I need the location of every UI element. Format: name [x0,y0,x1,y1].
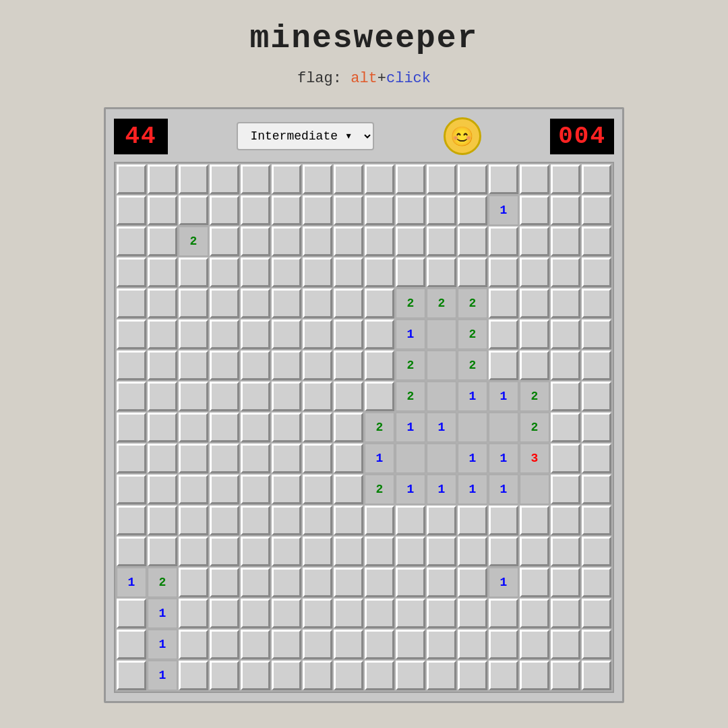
cell[interactable] [148,257,177,287]
cell[interactable]: 1 [148,630,177,659]
cell[interactable] [148,320,177,349]
cell[interactable] [489,289,518,318]
cell[interactable] [427,661,456,690]
cell[interactable] [396,195,425,225]
cell[interactable] [117,630,146,659]
cell[interactable] [272,506,301,535]
cell[interactable]: 2 [458,351,487,380]
difficulty-select[interactable]: Intermediate ▾ Beginner Expert [237,122,374,150]
cell[interactable] [551,257,580,287]
cell[interactable] [396,599,425,628]
cell[interactable]: 1 [489,444,518,473]
cell[interactable] [117,506,146,535]
cell[interactable]: 2 [458,289,487,318]
cell[interactable] [210,320,239,349]
cell[interactable] [582,661,611,690]
cell[interactable] [334,320,363,349]
cell[interactable] [241,320,270,349]
cell[interactable] [117,257,146,287]
cell[interactable]: 1 [489,195,518,225]
cell[interactable] [117,382,146,411]
cell[interactable] [241,351,270,380]
cell[interactable] [458,257,487,287]
cell[interactable] [582,320,611,349]
cell[interactable] [427,382,456,411]
cell[interactable] [334,351,363,380]
cell[interactable] [241,599,270,628]
cell[interactable] [489,351,518,380]
cell[interactable] [582,475,611,504]
cell[interactable] [148,475,177,504]
cell[interactable] [334,382,363,411]
cell[interactable] [520,320,549,349]
cell[interactable] [551,506,580,535]
cell[interactable] [489,537,518,566]
cell[interactable] [179,599,208,628]
cell[interactable]: 1 [489,568,518,597]
cell[interactable]: 1 [427,475,456,504]
cell[interactable] [117,320,146,349]
cell[interactable] [489,506,518,535]
cell[interactable] [148,537,177,566]
cell[interactable] [241,537,270,566]
cell[interactable] [117,195,146,225]
cell[interactable] [458,164,487,194]
cell[interactable] [551,320,580,349]
cell[interactable] [210,257,239,287]
cell[interactable] [365,257,394,287]
cell[interactable] [551,382,580,411]
cell[interactable] [427,599,456,628]
cell[interactable] [148,289,177,318]
cell[interactable] [551,661,580,690]
cell[interactable] [458,226,487,256]
cell[interactable] [303,630,332,659]
cell[interactable] [365,661,394,690]
cell[interactable] [334,568,363,597]
cell[interactable] [148,506,177,535]
cell[interactable] [489,226,518,256]
cell[interactable] [241,475,270,504]
cell[interactable] [427,226,456,256]
cell[interactable] [551,630,580,659]
cell[interactable] [458,568,487,597]
cell[interactable] [210,475,239,504]
cell[interactable] [582,413,611,442]
cell[interactable]: 1 [148,599,177,628]
cell[interactable] [520,630,549,659]
cell[interactable] [117,599,146,628]
cell[interactable] [582,257,611,287]
cell[interactable] [365,226,394,256]
cell[interactable] [427,444,456,473]
cell[interactable] [582,568,611,597]
cell[interactable] [117,351,146,380]
cell[interactable] [303,413,332,442]
cell[interactable] [365,630,394,659]
cell[interactable] [241,164,270,194]
cell[interactable] [396,568,425,597]
cell[interactable] [117,444,146,473]
cell[interactable]: 2 [365,475,394,504]
cell[interactable] [582,444,611,473]
cell[interactable] [272,195,301,225]
cell[interactable]: 2 [396,289,425,318]
cell[interactable] [303,475,332,504]
cell[interactable] [272,568,301,597]
cell[interactable] [520,257,549,287]
cell[interactable] [148,195,177,225]
cell[interactable] [148,164,177,194]
cell[interactable] [179,444,208,473]
cell[interactable] [551,164,580,194]
cell[interactable] [551,351,580,380]
cell[interactable] [179,164,208,194]
cell[interactable] [241,444,270,473]
cell[interactable] [272,382,301,411]
cell[interactable] [551,413,580,442]
cell[interactable] [148,444,177,473]
cell[interactable] [303,164,332,194]
cell[interactable] [551,568,580,597]
cell[interactable]: 2 [396,382,425,411]
cell[interactable] [396,257,425,287]
cell[interactable] [210,289,239,318]
cell[interactable] [241,413,270,442]
cell[interactable] [458,413,487,442]
